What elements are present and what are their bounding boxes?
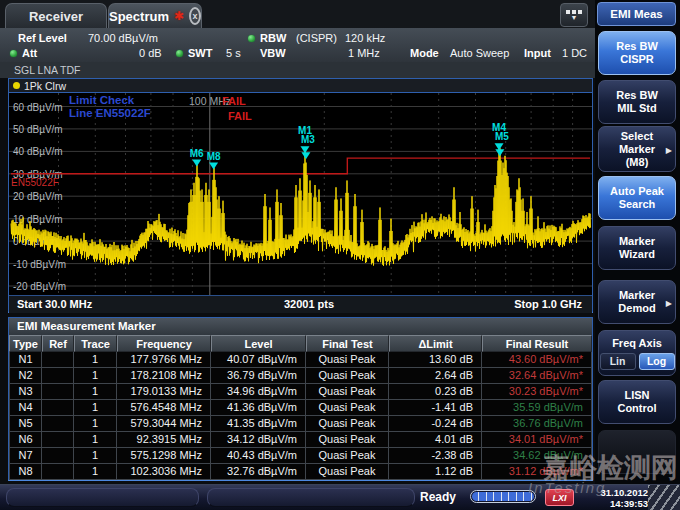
svg-text:M6: M6 [190, 148, 204, 159]
marker-group-m8[interactable]: M8 [207, 151, 221, 170]
cell-delta-limit: 13.60 dB [389, 352, 482, 368]
cell-delta-limit: 4.01 dB [389, 432, 482, 448]
softkey-sidebar: EMI Meas Res BWCISPRRes BWMIL StdSelectM… [595, 0, 680, 510]
cell-trace: 1 [74, 432, 117, 448]
tab-spectrum-label: Spectrum [109, 9, 169, 24]
cell-type: N8 [9, 464, 42, 480]
softkey-label: (M8) [626, 156, 649, 169]
limit-line-label: EN55022F [11, 177, 59, 188]
cell-delta-limit: 2.64 dB [389, 368, 482, 384]
tab-receiver[interactable]: Receiver [5, 3, 107, 28]
cell-delta-limit: 0.23 dB [389, 384, 482, 400]
close-tab-icon[interactable]: x [189, 7, 201, 25]
cell-final-test: Quasi Peak [306, 432, 389, 448]
marker-table-row-n4[interactable]: N41576.4548 MHz41.36 dBµV/mQuasi Peak-1.… [9, 400, 592, 416]
cell-ref [42, 400, 74, 416]
cell-frequency: 579.3044 MHz [117, 416, 211, 432]
cell-ref [42, 368, 74, 384]
cell-final-test: Quasi Peak [306, 448, 389, 464]
ref-level-value[interactable]: 70.00 dBµV/m [88, 32, 158, 44]
swt-status-led [176, 50, 183, 57]
cell-level: 41.36 dBµV/m [211, 400, 306, 416]
marker-group-m1[interactable]: M1M3 [298, 125, 315, 159]
cell-ref [42, 352, 74, 368]
swt-label: SWT [188, 47, 212, 59]
softkey-freq-axis[interactable]: Freq AxisLinLog [598, 330, 676, 376]
input-value[interactable]: 1 DC [562, 47, 587, 59]
svg-text:-20 dBµV/m: -20 dBµV/m [13, 281, 66, 292]
softkey-select-marker[interactable]: SelectMarker(M8)▶ [598, 126, 676, 172]
marker-table-row-n2[interactable]: N21178.2108 MHz36.79 dBµV/mQuasi Peak2.6… [9, 368, 592, 384]
freq-axis-option-log[interactable]: Log [639, 353, 675, 370]
marker-table-row-n7[interactable]: N71575.1298 MHz40.43 dBµV/mQuasi Peak-2.… [9, 448, 592, 464]
att-value[interactable]: 0 dB [139, 47, 162, 59]
svg-text:M8: M8 [207, 151, 221, 162]
softkey-menu-title: EMI Meas [597, 2, 676, 26]
chevron-down-icon: ▼ [571, 15, 578, 21]
tab-spectrum[interactable]: Spectrum ✱ x [108, 3, 202, 28]
softkey-slot-empty-2 [207, 488, 415, 507]
mode-label: Mode [410, 47, 439, 59]
ready-status: Ready [420, 490, 456, 504]
marker-table-row-n6[interactable]: N6192.3915 MHz34.12 dBµV/mQuasi Peak4.01… [9, 432, 592, 448]
cell-trace: 1 [74, 448, 117, 464]
marker-table-row-n1[interactable]: N11177.9766 MHz40.07 dBµV/mQuasi Peak13.… [9, 352, 592, 368]
cell-frequency: 178.2108 MHz [117, 368, 211, 384]
ref-level-label: Ref Level [18, 32, 67, 44]
spectrum-svg: 60 dBµV/m50 dBµV/m40 dBµV/m30 dBµV/m20 d… [9, 93, 592, 295]
cell-final-result: 34.62 dBµV/m [482, 448, 592, 464]
freq-axis-option-lin[interactable]: Lin [600, 353, 636, 370]
softkey-label: Marker [619, 143, 655, 156]
softkey-auto-peak-search[interactable]: Auto PeakSearch [598, 176, 676, 220]
softkey-label: Demod [618, 302, 655, 315]
changed-star-icon: ✱ [174, 9, 184, 23]
cell-final-test: Quasi Peak [306, 384, 389, 400]
softkey-res-bw-mil-std[interactable]: Res BWMIL Std [598, 80, 676, 124]
column-header-ref: Ref [42, 335, 74, 352]
column-header-trace: Trace [74, 335, 117, 352]
cell-trace: 1 [74, 400, 117, 416]
cell-final-test: Quasi Peak [306, 464, 389, 480]
att-status-led [10, 50, 17, 57]
cell-type: N1 [9, 352, 42, 368]
cell-delta-limit: -1.41 dB [389, 400, 482, 416]
softkey-label: Marker [619, 235, 655, 248]
datetime-display: 31.10.2012 14:39:53 [590, 487, 648, 509]
cell-level: 32.76 dBµV/m [211, 464, 306, 480]
svg-text:40 dBµV/m: 40 dBµV/m [13, 146, 63, 157]
softkey-label: LISN [624, 389, 649, 402]
softkey-label: Select [621, 130, 653, 143]
cell-type: N3 [9, 384, 42, 400]
softkey-empty-softkey [598, 430, 676, 474]
cell-trace: 1 [74, 416, 117, 432]
softkey-lisn-control[interactable]: LISNControl [598, 380, 676, 424]
submenu-arrow-icon: ▶ [666, 297, 672, 310]
cell-final-test: Quasi Peak [306, 400, 389, 416]
input-label: Input [524, 47, 551, 59]
cell-frequency: 576.4548 MHz [117, 400, 211, 416]
marker-table-row-n5[interactable]: N51579.3044 MHz41.35 dBµV/mQuasi Peak-0.… [9, 416, 592, 432]
tabs-overview-button[interactable]: ▼ [560, 3, 588, 27]
softkey-label: CISPR [620, 53, 654, 66]
marker-group-m6[interactable]: M6 [190, 148, 204, 167]
spectrum-diagram: 1Pk Clrw 60 dBµV/m50 dBµV/m40 dBµV/m30 d… [8, 78, 593, 313]
status-bar: Ready LXI 31.10.2012 14:39:53 [0, 484, 680, 510]
spectrum-plot: 60 dBµV/m50 dBµV/m40 dBµV/m30 dBµV/m20 d… [9, 93, 592, 295]
softkey-res-bw-cispr[interactable]: Res BWCISPR [598, 31, 676, 75]
swt-value[interactable]: 5 s [226, 47, 241, 59]
freq-axis-toggle: LinLog [600, 353, 675, 370]
date-label: 31.10.2012 [590, 487, 648, 498]
softkey-slot-empty-1 [6, 488, 199, 507]
marker-table-title: EMI Measurement Marker [9, 318, 592, 335]
vbw-value[interactable]: 1 MHz [348, 47, 380, 59]
softkey-marker-demod[interactable]: MarkerDemod▶ [598, 280, 676, 324]
cell-final-test: Quasi Peak [306, 352, 389, 368]
marker-table-row-n8[interactable]: N81102.3036 MHz32.76 dBµV/mQuasi Peak1.1… [9, 464, 592, 480]
frequency-axis-bar: Start 30.0 MHz 32001 pts Stop 1.0 GHz [9, 295, 592, 313]
rbw-value[interactable]: 120 kHz [345, 32, 385, 44]
marker-table-row-n3[interactable]: N31179.0133 MHz34.96 dBµV/mQuasi Peak0.2… [9, 384, 592, 400]
mode-value[interactable]: Auto Sweep [450, 47, 509, 59]
cell-delta-limit: -0.24 dB [389, 416, 482, 432]
softkey-marker-wizard[interactable]: MarkerWizard [598, 226, 676, 270]
cell-ref [42, 464, 74, 480]
